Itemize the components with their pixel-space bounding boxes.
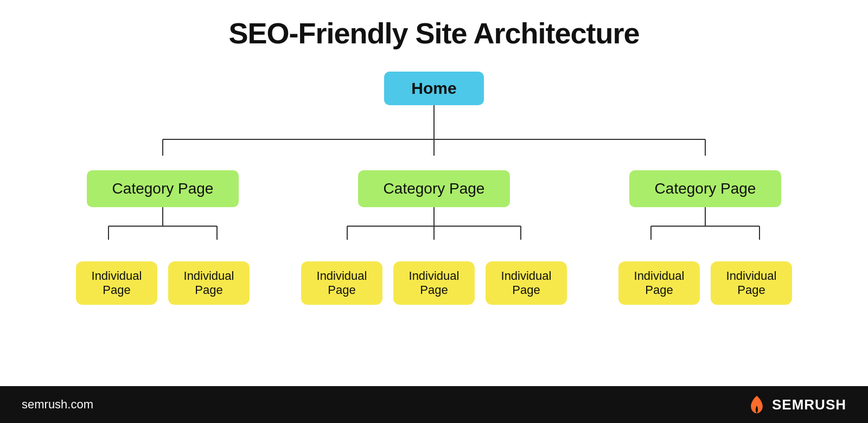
home-node: Home: [384, 72, 483, 105]
column-right: Category Page IndividualPage IndividualP…: [597, 170, 814, 305]
footer-url: semrush.com: [22, 398, 93, 412]
main-content: SEO-Friendly Site Architecture: [0, 0, 868, 386]
individual-node: IndividualPage: [76, 261, 157, 305]
category-node-left: Category Page: [87, 170, 239, 207]
individual-node: IndividualPage: [168, 261, 250, 305]
diagram: Home Category Page IndividualPage Indivi…: [33, 72, 835, 375]
column-left: Category Page IndividualPage IndividualP…: [54, 170, 271, 305]
page-title: SEO-Friendly Site Architecture: [228, 16, 639, 50]
individual-node: IndividualPage: [618, 261, 700, 305]
individual-node: IndividualPage: [301, 261, 382, 305]
column-middle: Category Page IndividualPage IndividualP…: [293, 170, 575, 305]
individuals-middle: IndividualPage IndividualPage Individual…: [301, 261, 567, 305]
individuals-right: IndividualPage IndividualPage: [618, 261, 792, 305]
semrush-brand-text: SEMRUSH: [772, 396, 846, 413]
category-node-middle: Category Page: [358, 170, 510, 207]
individual-node: IndividualPage: [486, 261, 567, 305]
individuals-left: IndividualPage IndividualPage: [76, 261, 250, 305]
semrush-logo: SEMRUSH: [747, 395, 846, 414]
semrush-icon: [747, 395, 767, 414]
category-node-right: Category Page: [629, 170, 781, 207]
individual-node: IndividualPage: [393, 261, 475, 305]
footer: semrush.com SEMRUSH: [0, 386, 868, 423]
home-row: Home: [384, 72, 483, 105]
categories-row: Category Page IndividualPage IndividualP…: [54, 170, 814, 305]
individual-node: IndividualPage: [711, 261, 792, 305]
